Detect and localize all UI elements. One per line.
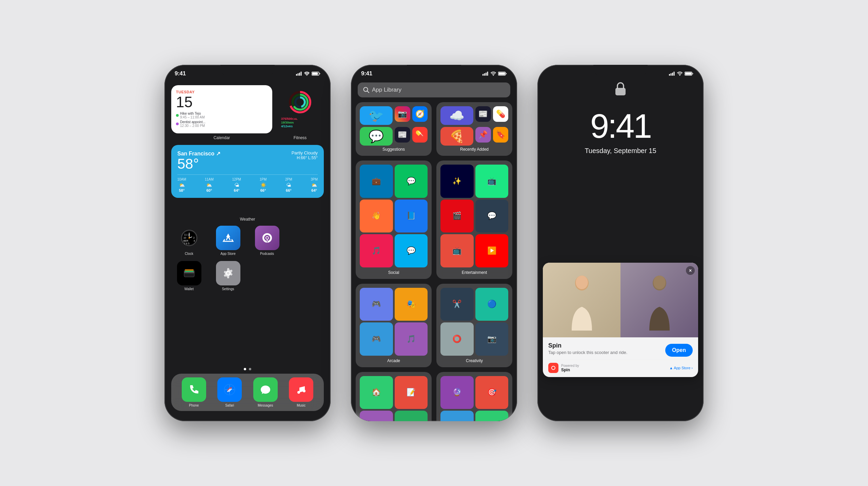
- messages2-icon: 💬: [475, 200, 509, 233]
- folder-suggestions[interactable]: 🐦 💬 📷 🧭 📰 💊 Suggestions: [356, 102, 432, 156]
- notif-close-btn[interactable]: ×: [686, 266, 695, 275]
- weather-hour-5: 2PM🌤66°: [285, 177, 292, 192]
- svg-rect-25: [185, 271, 194, 272]
- fitness-hrs: 4/12HRS: [281, 125, 319, 128]
- folder-creativity[interactable]: ✂️ 🔵 ⭕ 📷 Creativity: [436, 284, 512, 367]
- phone-app-name: Phone: [189, 404, 199, 407]
- doordash-icon: 🍕: [440, 127, 473, 146]
- page-dot-2: [249, 368, 251, 370]
- youtube-icon: ▶️: [475, 234, 509, 267]
- messages-icon: 💬: [360, 127, 393, 146]
- app-item-wallet[interactable]: Wallet: [171, 261, 207, 291]
- wallet-app-name: Wallet: [184, 287, 194, 291]
- social-apps: 💼 💬 👋 📘 🎵 💬: [360, 165, 428, 267]
- dock-messages[interactable]: Messages: [253, 377, 278, 407]
- wifi-icon-2: [491, 72, 496, 76]
- app-item-appstore[interactable]: App Store: [210, 226, 246, 256]
- recently-added-left: ☁️ 🍕: [440, 106, 473, 146]
- status-icons-3: [669, 72, 693, 76]
- search-icon: [363, 87, 369, 93]
- fitness-widget-label: Fitness: [276, 135, 324, 140]
- wifi-icon-3: [677, 72, 683, 76]
- battery-icon-2: [498, 72, 507, 76]
- clock-app-name: Clock: [185, 252, 193, 256]
- battery-icon: [312, 72, 320, 76]
- svg-text:10: 10: [183, 237, 186, 239]
- svg-rect-41: [669, 74, 670, 76]
- weather-hour-4: 1PM☀️66°: [260, 177, 267, 192]
- twitch-icon: 📺: [440, 234, 474, 267]
- widget-label-row-1: Calendar Fitness: [171, 135, 324, 140]
- app-item-podcasts[interactable]: Podcasts: [249, 226, 285, 256]
- more4-icon: 🦎: [475, 411, 509, 421]
- phone-home-screen: 9:41 Tuesday 15 Hike with Tejo 9:45 – 11…: [164, 65, 331, 421]
- wechat-icon: 💬: [395, 165, 428, 198]
- more-apps: 🔮 🎯 🌀 🦎: [440, 376, 508, 422]
- notif-body: Spin Tap open to unlock this scooter and…: [543, 337, 698, 360]
- folder-entertainment[interactable]: ✨ 📺 🎬 💬 📺 ▶️ Entertainment: [436, 161, 512, 279]
- fitness-widget[interactable]: 375/500CAL 19/30MIN 4/12HRS: [276, 85, 324, 133]
- dock-phone[interactable]: Phone: [182, 377, 206, 407]
- appstore-app-name: App Store: [220, 252, 235, 256]
- game2-icon: 🎭: [395, 288, 428, 321]
- appstore-link[interactable]: ▲ App Store ›: [669, 366, 693, 370]
- weather-condition: Partly Cloudy: [292, 150, 318, 155]
- notif-open-btn[interactable]: Open: [665, 344, 693, 357]
- app-item-settings[interactable]: Settings: [210, 261, 246, 291]
- game3-icon: 🎮: [360, 322, 393, 356]
- folder-utilities[interactable]: 🏠 📝 🎮 🦉 Utilities: [356, 372, 432, 422]
- dock-safari[interactable]: Safari: [217, 377, 242, 407]
- weather-widget[interactable]: San Francisco ↗ 58° Partly Cloudy H:66° …: [171, 145, 324, 198]
- messages-app-name: Messages: [258, 404, 273, 407]
- epi-icon: 💊: [412, 127, 428, 143]
- notif-image: ×: [543, 263, 698, 337]
- util4-icon: 🦉: [395, 411, 428, 421]
- lock-time-display: 9:41: [537, 109, 704, 143]
- cloudy-icon: ☁️: [440, 106, 473, 125]
- notif-img-left: [543, 263, 620, 337]
- svg-rect-43: [672, 73, 673, 76]
- folder-arcade[interactable]: 🎮 🎭 🎮 🎵 Arcade: [356, 284, 432, 367]
- phone-lock-screen: 9:41 Tuesday, September 15: [537, 65, 704, 421]
- weather-hourly: 10AM⛅58° 11AM⛅60° 12PM🌤64° 1PM☀️66° 2PM🌤…: [177, 174, 318, 192]
- app-item-clock[interactable]: 11 12 10 2 BER 7 6 5 4 Clock: [171, 226, 207, 256]
- widgets-row-1: Tuesday 15 Hike with Tejo 9:45 – 11:00 A…: [171, 85, 324, 133]
- app-library-search-label: App Library: [372, 87, 401, 93]
- calendar-widget[interactable]: Tuesday 15 Hike with Tejo 9:45 – 11:00 A…: [171, 85, 272, 133]
- notification-card[interactable]: × Spin Tap open to unlock this scooter a…: [543, 263, 698, 377]
- app-grid: 11 12 10 2 BER 7 6 5 4 Clock: [171, 226, 324, 291]
- phone-app-icon: [182, 377, 206, 402]
- svg-text:BER: BER: [183, 240, 188, 242]
- more1-icon: 🔮: [440, 376, 474, 409]
- util2-icon: 📝: [395, 376, 428, 409]
- social-label: Social: [360, 270, 428, 275]
- signal-icon: [296, 72, 302, 76]
- weather-top: San Francisco ↗ 58° Partly Cloudy H:66° …: [177, 150, 318, 171]
- svg-point-51: [653, 276, 666, 289]
- spin-name: Spin: [561, 368, 579, 372]
- settings-app-name: Settings: [222, 287, 234, 291]
- svg-rect-0: [296, 74, 297, 76]
- creative3-icon: ⭕: [440, 322, 474, 356]
- app-library-search[interactable]: App Library: [358, 82, 510, 97]
- dock: Phone Safari: [171, 374, 324, 411]
- folder-more[interactable]: 🔮 🎯 🌀 🦎 More: [436, 372, 512, 422]
- svg-rect-36: [487, 72, 488, 76]
- weather-hour-3: 12PM🌤64°: [232, 177, 241, 192]
- game1-icon: 🎮: [360, 288, 393, 321]
- fitness-stats: 375/500CAL 19/30MIN 4/12HRS: [281, 117, 319, 128]
- hulu-icon: 📺: [475, 165, 509, 198]
- svg-text:2: 2: [193, 237, 195, 239]
- status-time-1: 9:41: [175, 70, 186, 77]
- entertainment-apps: ✨ 📺 🎬 💬 📺 ▶️: [440, 165, 508, 267]
- music-app-name: Music: [297, 404, 305, 407]
- svg-rect-5: [312, 73, 318, 75]
- folder-recently-added[interactable]: ☁️ 🍕 📰 💊 📌 🔖 Recently Added: [436, 102, 512, 156]
- skype-icon: 💬: [395, 234, 428, 267]
- dock-music[interactable]: Music: [289, 377, 313, 407]
- folder-social[interactable]: 💼 💬 👋 📘 🎵 💬 Social: [356, 161, 432, 279]
- cal-event-2-time: 12:30 – 2:00 PM: [180, 124, 205, 128]
- svg-rect-2: [299, 73, 300, 76]
- nyt2-icon: 📰: [475, 106, 491, 122]
- home-screen: 9:41 Tuesday 15 Hike with Tejo 9:45 – 11…: [164, 65, 331, 421]
